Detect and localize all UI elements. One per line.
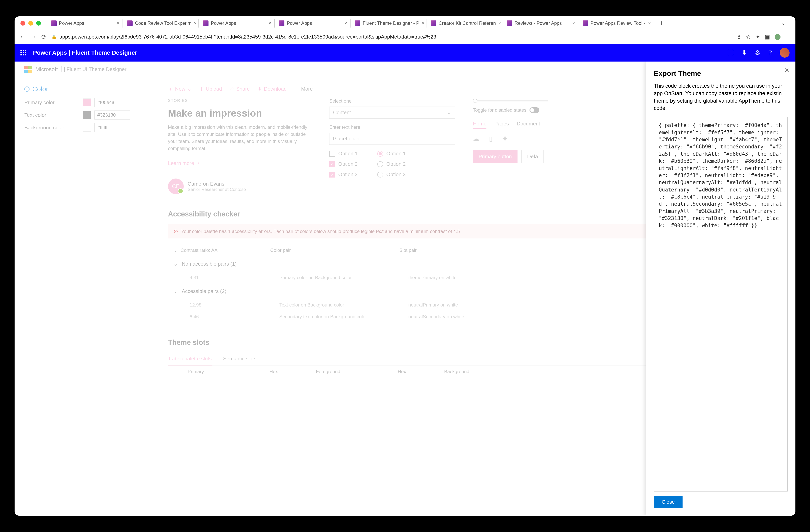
radio-option[interactable]: Option 3	[377, 171, 406, 178]
text-color-input[interactable]	[94, 111, 130, 119]
forward-icon[interactable]: →	[30, 33, 36, 40]
url-text: apps.powerapps.com/play/2f6b0e93-7676-40…	[60, 34, 436, 40]
slider[interactable]	[473, 100, 548, 101]
checkbox-option[interactable]: ✓Option 3	[329, 171, 358, 178]
tab-semantic[interactable]: Semantic slots	[222, 352, 257, 365]
cell-slot: themePrimary on white	[408, 275, 487, 280]
address-input[interactable]: 🔒 apps.powerapps.com/play/2f6b0e93-7676-…	[51, 34, 732, 40]
tab-label: Power Apps	[59, 20, 84, 26]
browser-tab[interactable]: Power Apps×	[48, 19, 123, 28]
color-swatch[interactable]	[83, 99, 91, 106]
browser-tab[interactable]: Power Apps×	[276, 19, 351, 28]
tab-home[interactable]: Home	[473, 121, 486, 129]
star-icon[interactable]: ☆	[746, 34, 751, 40]
option-label: Option 3	[386, 171, 406, 178]
close-button[interactable]: Close	[654, 496, 682, 508]
close-window-icon[interactable]	[20, 21, 25, 26]
select-value: Content	[333, 110, 351, 116]
color-section-header: Color	[25, 85, 154, 93]
browser-tab[interactable]: Reviews - Power Apps×	[504, 19, 578, 28]
cloud-icon[interactable]: ☁	[473, 135, 479, 142]
tab-label: Reviews - Power Apps	[515, 20, 562, 26]
col-header: Primary	[188, 369, 266, 374]
close-icon[interactable]: ×	[422, 20, 424, 26]
settings-icon[interactable]: ⚙	[755, 49, 760, 56]
chevron-down-icon: ⌄	[174, 261, 178, 267]
radio-unchecked-icon	[377, 172, 383, 178]
window-titlebar: Power Apps× Code Review Tool Experim× Po…	[15, 16, 795, 30]
profile-icon[interactable]	[775, 34, 780, 40]
powerapps-icon	[279, 20, 285, 26]
text-input[interactable]	[329, 133, 455, 145]
learn-more-link[interactable]: Learn more 〉	[168, 160, 311, 167]
reload-icon[interactable]: ⟳	[41, 33, 47, 41]
close-icon[interactable]: ×	[344, 20, 347, 26]
share-icon[interactable]: ⇪	[736, 34, 741, 40]
minimize-window-icon[interactable]	[28, 21, 33, 26]
tab-fabric[interactable]: Fabric palette slots	[168, 352, 212, 365]
tab-document[interactable]: Document	[517, 121, 540, 129]
upload-button[interactable]: ⬆ Upload	[199, 86, 222, 92]
error-icon: ⊘	[174, 228, 178, 235]
primary-color-input[interactable]	[94, 98, 130, 107]
color-swatch[interactable]	[83, 124, 91, 132]
browser-tab[interactable]: Power Apps×	[200, 19, 275, 28]
option-label: Option 1	[386, 151, 406, 157]
fit-icon[interactable]: ⛶	[727, 49, 734, 56]
cell-pair: Primary color on Background color	[279, 275, 405, 280]
toggle-switch[interactable]	[530, 107, 539, 113]
browser-tab[interactable]: Creator Kit Control Referen×	[427, 19, 502, 28]
browser-tab[interactable]: Code Review Tool Experim×	[124, 19, 199, 28]
theme-code-textarea[interactable]: { palette: { themePrimary: "#f00e4a", th…	[654, 117, 788, 492]
new-tab-button[interactable]: +	[655, 19, 667, 27]
chevron-down-icon[interactable]: ⌄	[174, 248, 177, 253]
checkbox-option[interactable]: ✓Option 2	[329, 161, 358, 167]
waffle-icon[interactable]	[20, 50, 26, 55]
help-icon[interactable]: ?	[768, 49, 772, 56]
close-panel-button[interactable]: ✕	[784, 67, 790, 74]
persona: CE Cameron Evans Senior Researcher at Co…	[168, 179, 311, 194]
browser-tab-active[interactable]: Fluent Theme Designer - P×	[352, 19, 426, 28]
default-button[interactable]: Defa	[521, 150, 544, 163]
extensions-icon[interactable]: ✦	[756, 34, 760, 40]
chevron-down-icon: ⌄	[447, 110, 451, 116]
extension-icon[interactable]: ▣	[765, 34, 770, 40]
browser-tab[interactable]: Power Apps Review Tool -×	[580, 19, 654, 28]
slider-thumb-icon[interactable]	[473, 99, 477, 103]
sparkle-icon[interactable]: ✺	[502, 135, 508, 142]
content-select[interactable]: Content⌄	[329, 106, 455, 119]
user-avatar[interactable]	[780, 48, 790, 57]
share-button[interactable]: ⇗ Share	[230, 86, 249, 92]
tab-label: Code Review Tool Experim	[135, 20, 192, 26]
close-icon[interactable]: ×	[117, 20, 119, 26]
primary-button[interactable]: Primary button	[473, 150, 518, 163]
close-icon[interactable]: ×	[648, 20, 651, 26]
checkbox-option[interactable]: Option 1	[329, 151, 358, 157]
cell-pair: Text color on Background color	[279, 302, 405, 308]
download-icon[interactable]: ⬇	[742, 49, 747, 56]
option-label: Option 2	[338, 161, 358, 167]
close-icon[interactable]: ×	[269, 20, 271, 26]
back-icon[interactable]: ←	[19, 33, 26, 40]
new-button[interactable]: ＋ New ⌄	[168, 85, 192, 93]
color-swatch[interactable]	[83, 111, 91, 119]
close-icon[interactable]: ×	[498, 20, 501, 26]
radio-checked-icon	[377, 151, 383, 157]
radio-option[interactable]: Option 2	[377, 161, 406, 167]
menu-icon[interactable]: ⋮	[785, 34, 791, 40]
more-button[interactable]: ⋯ More	[294, 86, 312, 92]
designer-title: | Fluent UI Theme Designer	[61, 66, 127, 72]
download-button[interactable]: ⬇ Download	[258, 86, 287, 92]
radio-option[interactable]: Option 1	[377, 151, 406, 157]
close-icon[interactable]: ×	[572, 20, 575, 26]
eyebrow-label: STORIES	[168, 98, 311, 103]
maximize-window-icon[interactable]	[36, 21, 41, 26]
select-label: Select one	[329, 98, 455, 104]
close-icon[interactable]: ×	[194, 20, 197, 26]
tab-pages[interactable]: Pages	[494, 121, 509, 129]
background-color-input[interactable]	[94, 123, 130, 132]
tab-overflow-button[interactable]: ⌄	[777, 20, 790, 26]
link-label: Learn more	[168, 160, 194, 166]
app-header: Power Apps | Fluent Theme Designer ⛶ ⬇ ⚙…	[15, 44, 795, 62]
mobile-icon[interactable]: ▯	[489, 135, 492, 142]
